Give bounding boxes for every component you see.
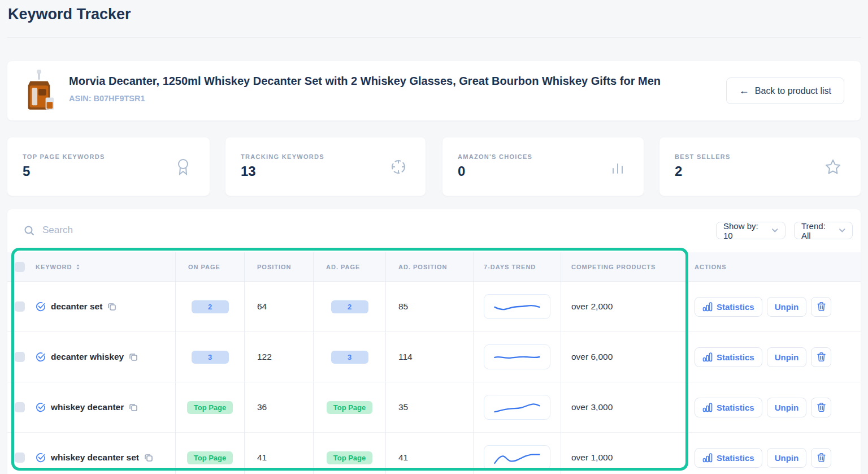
header-position: POSITION (245, 252, 314, 281)
row-checkbox[interactable] (15, 402, 25, 412)
keyword-label: decanter whiskey (51, 352, 124, 362)
delete-button[interactable] (811, 297, 831, 317)
stat-value: 5 (23, 163, 30, 179)
tracked-check-icon (36, 402, 46, 412)
header-ad-page: AD. PAGE (314, 252, 386, 281)
ad-page-badge: Top Page (327, 451, 373, 464)
delete-button[interactable] (811, 398, 831, 417)
statistics-bars-icon (702, 453, 713, 463)
header-on-page: ON PAGE (176, 252, 245, 281)
ad-position-value: 114 (398, 352, 413, 362)
copy-icon[interactable] (107, 302, 116, 311)
trend-label: Trend: All (801, 221, 835, 240)
table-body: decanter set 2 64 2 85 over 2,000 Stati (7, 282, 861, 474)
unpin-button[interactable]: Unpin (767, 347, 807, 367)
page-title: Keyword Tracker (8, 6, 131, 23)
ad-position-value: 41 (398, 453, 408, 463)
statistics-button[interactable]: Statistics (695, 398, 762, 417)
trash-icon (817, 402, 826, 412)
table-row: decanter set 2 64 2 85 over 2,000 Stati (7, 282, 861, 332)
table-row: decanter whiskey 3 122 3 114 over 6,000 (7, 332, 861, 382)
trend-sparkline (484, 344, 550, 369)
stat-label: BEST SELLERS (675, 153, 731, 160)
unpin-button[interactable]: Unpin (767, 448, 807, 468)
unpin-button-label: Unpin (775, 352, 799, 362)
statistics-button[interactable]: Statistics (695, 347, 762, 367)
header-keyword-label: KEYWORD (36, 264, 72, 270)
stat-card-tracking-keywords: TRACKING KEYWORDS 13 (225, 137, 426, 196)
header-7-days-trend: 7-DAYS TREND (474, 252, 561, 281)
competing-products-value: over 2,000 (571, 301, 613, 312)
statistics-bars-icon (702, 301, 713, 312)
competing-products-value: over 1,000 (571, 453, 613, 463)
keyword-label: decanter set (51, 301, 102, 312)
stat-value: 13 (241, 163, 256, 179)
statistics-button-label: Statistics (717, 302, 754, 312)
statistics-button-label: Statistics (717, 403, 754, 412)
on-page-badge: Top Page (187, 401, 233, 414)
ad-position-value: 85 (398, 301, 408, 312)
stat-label: AMAZON'S CHOICES (458, 153, 532, 160)
table-header: KEYWORD ON PAGE POSITION AD. PAGE AD. PO… (7, 252, 861, 282)
trend-sparkline (484, 294, 550, 319)
unpin-button[interactable]: Unpin (767, 297, 807, 317)
row-checkbox[interactable] (15, 453, 25, 463)
stat-card-best-sellers: BEST SELLERS 2 (659, 137, 861, 196)
award-ribbon-icon (175, 158, 191, 176)
back-arrow-icon: ← (739, 85, 749, 97)
statistics-bars-icon (702, 352, 713, 362)
target-icon (390, 158, 407, 175)
ad-page-badge: 2 (331, 300, 368, 313)
stat-value: 0 (458, 163, 465, 179)
unpin-button-label: Unpin (775, 403, 799, 412)
show-by-dropdown[interactable]: Show by: 10 (716, 222, 785, 239)
copy-icon[interactable] (129, 352, 138, 361)
statistics-button-label: Statistics (717, 352, 754, 362)
title-divider (7, 37, 861, 38)
header-actions: ACTIONS (684, 252, 861, 281)
delete-button[interactable] (811, 347, 831, 367)
search-icon (24, 225, 35, 236)
unpin-button-label: Unpin (775, 453, 799, 463)
trash-icon (817, 453, 826, 463)
tracked-check-icon (36, 453, 46, 463)
copy-icon[interactable] (144, 453, 153, 462)
ad-position-value: 35 (398, 402, 408, 412)
header-competing-products: COMPETING PRODUCTS (561, 252, 684, 281)
sort-icon[interactable] (75, 264, 81, 270)
statistics-button[interactable]: Statistics (695, 297, 762, 317)
ad-page-badge: 3 (331, 351, 368, 364)
bar-chart-icon (610, 159, 625, 175)
unpin-button-label: Unpin (775, 302, 799, 312)
ad-page-badge: Top Page (327, 401, 373, 414)
select-all-checkbox[interactable] (15, 262, 25, 272)
position-value: 64 (257, 301, 267, 312)
header-keyword[interactable]: KEYWORD (7, 252, 176, 281)
position-value: 41 (257, 453, 267, 463)
stat-value: 2 (675, 163, 682, 179)
table-row: whiskey decanter Top Page 36 Top Page 35… (7, 382, 861, 433)
position-value: 36 (257, 402, 267, 412)
delete-button[interactable] (811, 448, 831, 468)
copy-icon[interactable] (129, 403, 138, 412)
back-to-product-list-button[interactable]: ← Back to product list (726, 77, 844, 104)
stat-card-top-page-keywords: TOP PAGE KEYWORDS 5 (7, 137, 210, 196)
back-button-label: Back to product list (755, 86, 831, 96)
chevron-down-icon (772, 229, 778, 232)
on-page-badge: 3 (192, 351, 229, 364)
product-image (23, 69, 55, 113)
tracked-check-icon (36, 352, 46, 362)
row-checkbox[interactable] (15, 352, 25, 362)
table-row: whiskey decanter set Top Page 41 Top Pag… (7, 433, 861, 474)
row-checkbox[interactable] (15, 301, 25, 312)
product-card: Morvia Decanter, 1250ml Whiskey Decanter… (7, 61, 861, 120)
keyword-label: whiskey decanter set (51, 453, 139, 463)
stat-card-amazons-choices: AMAZON'S CHOICES 0 (442, 137, 644, 196)
on-page-badge: 2 (192, 300, 229, 313)
chevron-down-icon (839, 229, 845, 232)
statistics-button[interactable]: Statistics (695, 448, 762, 468)
trend-dropdown[interactable]: Trend: All (794, 222, 853, 239)
search-input[interactable] (42, 222, 336, 239)
header-ad-position: AD. POSITION (386, 252, 474, 281)
unpin-button[interactable]: Unpin (767, 398, 807, 417)
